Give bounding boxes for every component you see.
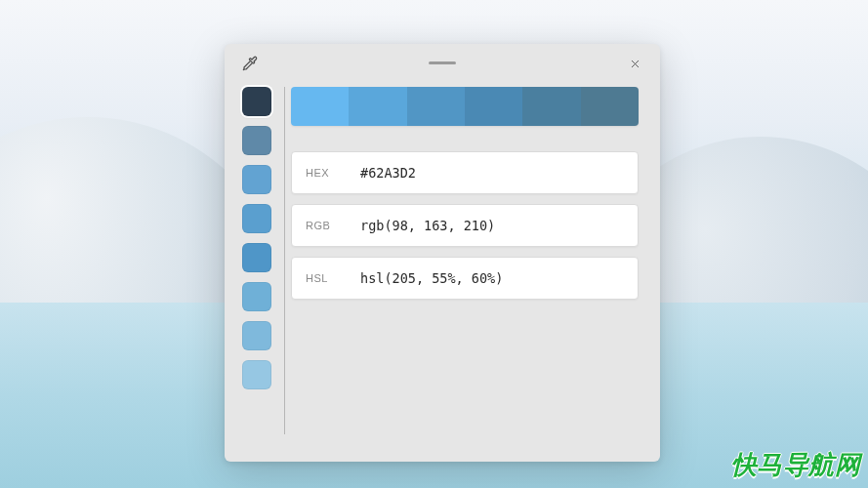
close-button[interactable] [623, 52, 646, 75]
history-swatch-0[interactable] [242, 87, 271, 116]
shade-4[interactable] [522, 87, 580, 126]
hsl-label: HSL [306, 272, 335, 284]
eyedropper-icon [242, 56, 258, 71]
history-swatch-4[interactable] [242, 243, 271, 272]
shade-2[interactable] [407, 87, 465, 126]
rgb-row[interactable]: RGB rgb(98, 163, 210) [291, 204, 639, 247]
history-swatch-3[interactable] [242, 204, 271, 233]
rgb-value: rgb(98, 163, 210) [360, 218, 495, 233]
hex-row[interactable]: HEX #62A3D2 [291, 151, 639, 194]
shade-1[interactable] [349, 87, 406, 126]
eyedropper-button[interactable] [238, 52, 262, 75]
hex-value: #62A3D2 [360, 165, 416, 181]
value-rows: HEX #62A3D2 RGB rgb(98, 163, 210) HSL hs… [291, 151, 639, 300]
hex-label: HEX [306, 167, 335, 179]
content-area: HEX #62A3D2 RGB rgb(98, 163, 210) HSL hs… [225, 83, 660, 462]
close-icon [629, 58, 641, 70]
hsl-row[interactable]: HSL hsl(205, 55%, 60%) [291, 257, 639, 300]
history-swatch-2[interactable] [242, 165, 271, 194]
shade-3[interactable] [465, 87, 522, 126]
main-column: HEX #62A3D2 RGB rgb(98, 163, 210) HSL hs… [291, 87, 639, 444]
hsl-value: hsl(205, 55%, 60%) [360, 270, 503, 286]
color-history [242, 87, 275, 444]
watermark: 快马导航网 [731, 448, 861, 482]
shade-5[interactable] [581, 87, 639, 126]
history-divider [284, 87, 285, 434]
rgb-label: RGB [306, 220, 335, 231]
shade-0[interactable] [291, 87, 349, 126]
drag-handle[interactable] [429, 61, 456, 64]
titlebar[interactable] [225, 44, 660, 83]
history-swatch-6[interactable] [242, 321, 271, 350]
shade-bar [291, 87, 639, 126]
history-swatch-1[interactable] [242, 126, 271, 155]
color-picker-window: HEX #62A3D2 RGB rgb(98, 163, 210) HSL hs… [225, 44, 660, 462]
history-swatch-5[interactable] [242, 282, 271, 311]
history-swatch-7[interactable] [242, 360, 271, 389]
